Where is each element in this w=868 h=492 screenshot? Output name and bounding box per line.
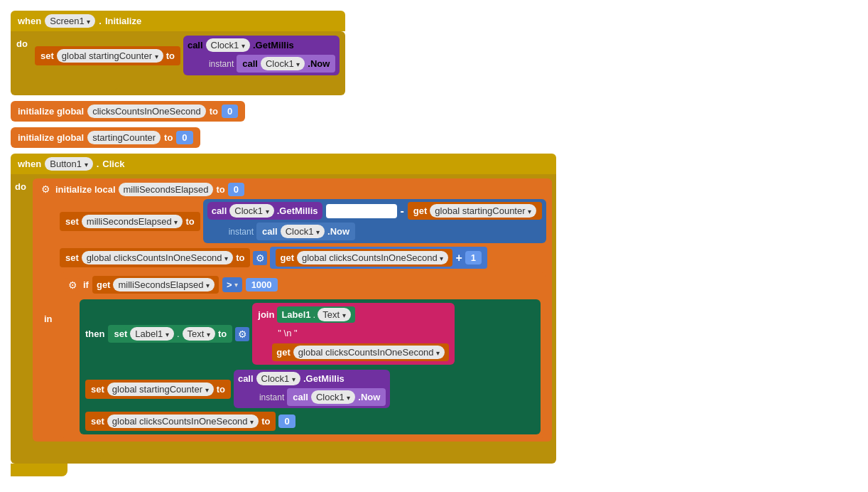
dot-1: . bbox=[99, 16, 102, 26]
global-clicks-pill-4[interactable]: global clicksCountsInOneSecond ▾ bbox=[107, 415, 259, 428]
millis-var-pill[interactable]: milliSecondsElapsed bbox=[119, 183, 214, 196]
plus-one-value: 1 bbox=[465, 251, 482, 264]
global-clicks-pill-3[interactable]: global clicksCountsInOneSecond ▾ bbox=[293, 346, 445, 359]
init-counter-value: 0 bbox=[176, 131, 192, 144]
init-clicks-value: 0 bbox=[222, 105, 238, 118]
text2-pill[interactable]: Text ▾ bbox=[318, 308, 350, 321]
starting-counter-pill[interactable]: startingCounter bbox=[87, 131, 161, 144]
do-label-2: do bbox=[15, 178, 29, 192]
do-body-2: do ⚙ initialize local milliSecondsElapse… bbox=[11, 174, 556, 464]
block-canvas: when Screen1 ▾ . Initialize do set globa… bbox=[7, 7, 861, 480]
clock1-pill-6[interactable]: Clock1 ▾ bbox=[311, 390, 355, 404]
call-clock1-getmillis-block-1[interactable]: call Clock1 ▾ .GetMillis instant bbox=[183, 36, 340, 75]
global-starting-counter-pill[interactable]: global startingCounter ▾ bbox=[57, 49, 163, 63]
clock1-pill-2[interactable]: Clock1 ▾ bbox=[261, 57, 305, 70]
init-counter-block: initialize global startingCounter to 0 bbox=[11, 127, 857, 148]
global-starting-pill-2[interactable]: global startingCounter ▾ bbox=[107, 383, 214, 396]
init-local-block[interactable]: ⚙ initialize local milliSecondsElapsed t… bbox=[33, 178, 552, 442]
minus-block-outer[interactable]: call Clock1 ▾ .GetMillis bbox=[203, 199, 547, 243]
global-starting-pill[interactable]: global startingCounter ▾ bbox=[430, 204, 536, 218]
call-getmillis-2[interactable]: call Clock1 ▾ .GetMillis bbox=[234, 370, 390, 408]
when-button1-click-block: when Button1 ▾ . Click do ⚙ initialize l… bbox=[11, 154, 556, 476]
when-header-2: when Button1 ▾ . Click bbox=[11, 154, 556, 174]
when-label-2: when bbox=[18, 159, 41, 169]
millis-var-pill-3[interactable]: milliSecondsElapsed ▾ bbox=[113, 278, 215, 292]
clock1-pill-4[interactable]: Clock1 ▾ bbox=[281, 225, 325, 238]
when-label-1: when bbox=[18, 16, 41, 26]
initialize-label: Initialize bbox=[105, 16, 141, 26]
if-block-outer[interactable]: ⚙ if get milliSecondsElapsed ▾ bbox=[60, 272, 546, 438]
gear-icon-4[interactable]: ⚙ bbox=[235, 327, 249, 341]
button1-pill[interactable]: Button1 ▾ bbox=[45, 157, 92, 171]
then-block: then set Label1 ▾ bbox=[80, 299, 541, 434]
set-global-starting-counter-block[interactable]: set global startingCounter ▾ to bbox=[35, 46, 180, 65]
when-header-1: when Screen1 ▾ . Initialize bbox=[11, 11, 345, 31]
do-label-1: do bbox=[16, 36, 31, 49]
do-body-1: do set global startingCounter ▾ to bbox=[11, 31, 345, 95]
to-label-1: to bbox=[166, 50, 175, 61]
global-clicks-pill-2[interactable]: global clicksCountsInOneSecond ▾ bbox=[297, 251, 448, 264]
gear-icon-2[interactable]: ⚙ bbox=[253, 251, 267, 265]
label1-pill[interactable]: Label1 ▾ bbox=[130, 327, 174, 341]
gear-icon-3[interactable]: ⚙ bbox=[65, 278, 80, 292]
init-clicks-block: initialize global clicksCountsInOneSecon… bbox=[11, 101, 857, 122]
clock1-pill-5[interactable]: Clock1 ▾ bbox=[256, 372, 300, 385]
zero-value: 0 bbox=[278, 415, 295, 428]
clock1-pill-1[interactable]: Clock1 ▾ bbox=[206, 38, 250, 52]
join-block[interactable]: join Label1 . Text ▾ bbox=[252, 303, 455, 365]
global-clicks-pill[interactable]: global clicksCountsInOneSecond ▾ bbox=[82, 251, 233, 264]
clicks-var-pill[interactable]: clicksCountsInOneSecond bbox=[87, 105, 205, 118]
newline-string: " \n " bbox=[272, 326, 303, 341]
set-label-1: set bbox=[40, 50, 54, 61]
when-screen1-initialize-block: when Screen1 ▾ . Initialize do set globa… bbox=[11, 11, 345, 95]
screen1-pill[interactable]: Screen1 ▾ bbox=[45, 14, 95, 28]
gear-icon-1[interactable]: ⚙ bbox=[38, 182, 53, 196]
text1-pill[interactable]: Text ▾ bbox=[183, 327, 215, 341]
init-global-label-2: initialize global bbox=[18, 132, 84, 143]
spacer-1 bbox=[326, 204, 397, 218]
init-local-value: 0 bbox=[228, 183, 244, 196]
millis-var-pill-2[interactable]: milliSecondsElapsed ▾ bbox=[82, 215, 183, 228]
thousand-value: 1000 bbox=[246, 278, 278, 292]
click-label: Click bbox=[102, 159, 124, 169]
init-global-label-1: initialize global bbox=[18, 106, 84, 117]
clock1-pill-3[interactable]: Clock1 ▾ bbox=[229, 204, 273, 218]
call-getmillis-inner[interactable]: call Clock1 ▾ .GetMillis bbox=[207, 202, 322, 220]
